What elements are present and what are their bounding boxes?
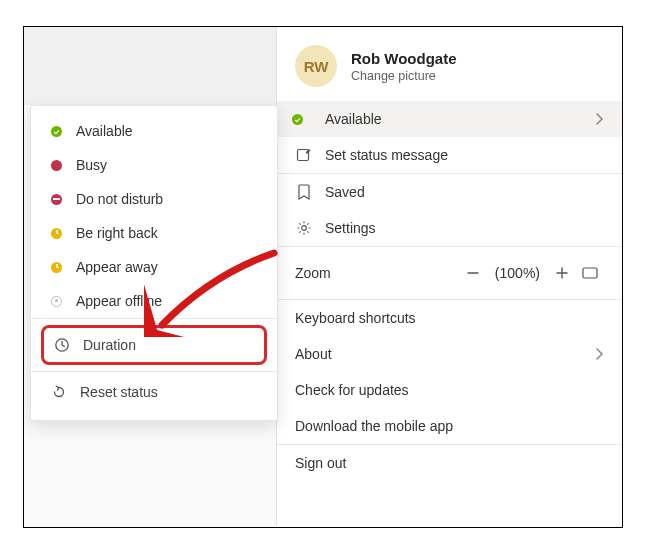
- chevron-right-icon: [596, 113, 604, 125]
- menu-download-label: Download the mobile app: [295, 418, 453, 434]
- status-offline-label: Appear offline: [76, 293, 162, 309]
- status-reset-label: Reset status: [80, 384, 158, 400]
- svg-rect-2: [583, 268, 597, 278]
- status-reset[interactable]: Reset status: [31, 372, 277, 412]
- status-away-label: Appear away: [76, 259, 158, 275]
- screenshot-frame: RW Rob Woodgate Change picture Available…: [23, 26, 623, 528]
- menu-saved-label: Saved: [325, 184, 365, 200]
- status-brb-label: Be right back: [76, 225, 158, 241]
- svg-point-1: [302, 226, 307, 231]
- status-away[interactable]: Appear away: [31, 250, 277, 284]
- zoom-row: Zoom (100%): [277, 247, 622, 299]
- menu-saved[interactable]: Saved: [277, 174, 622, 210]
- bookmark-icon: [295, 183, 313, 201]
- profile-name: Rob Woodgate: [351, 50, 457, 67]
- menu-download[interactable]: Download the mobile app: [277, 408, 622, 444]
- edit-status-icon: [295, 146, 313, 164]
- menu-signout-label: Sign out: [295, 455, 346, 471]
- menu-shortcuts[interactable]: Keyboard shortcuts: [277, 300, 622, 336]
- clock-icon: [54, 337, 70, 353]
- menu-set-status-label: Set status message: [325, 147, 448, 163]
- menu-available[interactable]: Available: [277, 101, 622, 137]
- presence-dnd-icon: [51, 194, 62, 205]
- change-picture-link[interactable]: Change picture: [351, 69, 457, 83]
- presence-offline-icon: [51, 296, 62, 307]
- status-busy[interactable]: Busy: [31, 148, 277, 182]
- status-available-label: Available: [76, 123, 133, 139]
- status-brb[interactable]: Be right back: [31, 216, 277, 250]
- divider: [31, 318, 277, 319]
- reset-icon: [51, 384, 67, 400]
- avatar[interactable]: RW: [295, 45, 337, 87]
- status-dnd-label: Do not disturb: [76, 191, 163, 207]
- menu-updates-label: Check for updates: [295, 382, 409, 398]
- status-offline[interactable]: Appear offline: [31, 284, 277, 318]
- presence-busy-icon: [51, 160, 62, 171]
- gear-icon: [295, 219, 313, 237]
- menu-shortcuts-label: Keyboard shortcuts: [295, 310, 416, 326]
- menu-settings[interactable]: Settings: [277, 210, 622, 246]
- presence-available-icon: [295, 110, 313, 128]
- fullscreen-icon[interactable]: [576, 259, 604, 287]
- status-busy-label: Busy: [76, 157, 107, 173]
- menu-available-label: Available: [325, 111, 382, 127]
- menu-set-status[interactable]: Set status message: [277, 137, 622, 173]
- status-duration-label: Duration: [83, 337, 136, 353]
- status-dnd[interactable]: Do not disturb: [31, 182, 277, 216]
- status-duration[interactable]: Duration: [41, 325, 267, 365]
- profile-row: RW Rob Woodgate Change picture: [277, 27, 622, 101]
- zoom-out-button[interactable]: [459, 259, 487, 287]
- menu-updates[interactable]: Check for updates: [277, 372, 622, 408]
- zoom-in-button[interactable]: [548, 259, 576, 287]
- chevron-right-icon: [596, 348, 604, 360]
- presence-available-icon: [51, 126, 62, 137]
- menu-about[interactable]: About: [277, 336, 622, 372]
- profile-menu-panel: RW Rob Woodgate Change picture Available…: [276, 27, 622, 527]
- zoom-percentage: (100%): [495, 265, 540, 281]
- menu-settings-label: Settings: [325, 220, 376, 236]
- status-submenu-panel: Available Busy Do not disturb Be right b…: [30, 105, 278, 421]
- zoom-label: Zoom: [295, 265, 331, 281]
- menu-signout[interactable]: Sign out: [277, 445, 622, 481]
- presence-brb-icon: [51, 228, 62, 239]
- presence-away-icon: [51, 262, 62, 273]
- menu-about-label: About: [295, 346, 332, 362]
- status-available[interactable]: Available: [31, 114, 277, 148]
